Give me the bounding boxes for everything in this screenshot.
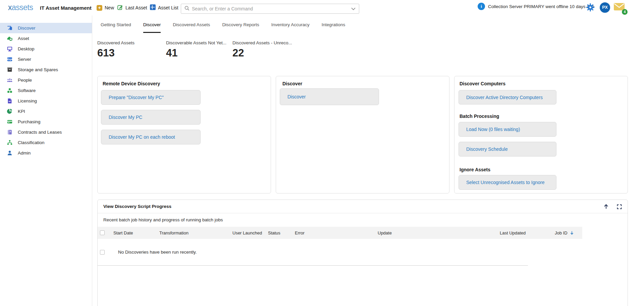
section-heading-ignore-assets: Ignore Assets bbox=[460, 167, 490, 172]
settings-gear-icon[interactable] bbox=[586, 3, 595, 13]
server-offline-notification[interactable]: i Collection Server PRIMARY went offline… bbox=[478, 3, 594, 10]
col-last-updated[interactable]: Last Updated bbox=[500, 230, 555, 235]
new-button[interactable]: + New bbox=[97, 3, 114, 12]
table-empty-row: No Discoveries have been run recently. bbox=[98, 239, 528, 266]
sidebar-item-licensing[interactable]: Licensing bbox=[0, 96, 92, 106]
sidebar-item-kpi[interactable]: KPI bbox=[0, 106, 92, 117]
card-title: Discover bbox=[282, 81, 302, 86]
table-header: Start Date Transformation User Launched … bbox=[98, 227, 582, 239]
discovery-progress-panel: View Discovery Script Progress Recent ba… bbox=[97, 200, 628, 306]
col-job-id[interactable]: Job ID bbox=[555, 230, 582, 235]
col-update[interactable]: Update bbox=[378, 230, 500, 235]
sidebar-item-admin[interactable]: Admin bbox=[0, 148, 92, 158]
kpi-icon bbox=[7, 108, 13, 115]
tab-getting-started[interactable]: Getting Started bbox=[101, 15, 131, 34]
load-now-button[interactable]: Load Now (0 files waiting) bbox=[459, 122, 556, 137]
select-unrecognised-button[interactable]: Select Unrecognised Assets to Ignore bbox=[459, 175, 556, 190]
tab-discovery-reports[interactable]: Discovery Reports bbox=[222, 15, 259, 34]
search-icon bbox=[184, 6, 190, 12]
classification-icon bbox=[7, 139, 13, 146]
purchasing-icon bbox=[7, 119, 13, 125]
upload-arrow-icon[interactable] bbox=[603, 204, 609, 210]
admin-icon bbox=[7, 150, 13, 156]
user-avatar[interactable]: PX bbox=[600, 2, 610, 13]
stat-discoverable-not-yet: Discoverable Assets Not Yet... 41 bbox=[166, 40, 232, 59]
discovery-schedule-button[interactable]: Discovery Schedule bbox=[459, 142, 556, 157]
sidebar-item-people[interactable]: People bbox=[0, 75, 92, 85]
sidebar-item-classification[interactable]: Classification bbox=[0, 137, 92, 148]
panel-header: View Discovery Script Progress bbox=[98, 200, 628, 213]
discover-icon bbox=[7, 25, 13, 31]
discover-my-pc-button[interactable]: Discover My PC bbox=[101, 110, 201, 125]
people-icon bbox=[7, 77, 13, 83]
panel-title: View Discovery Script Progress bbox=[103, 204, 171, 209]
col-transformation[interactable]: Transformation bbox=[159, 230, 232, 235]
stats-row: Discovered Assets 613 Discoverable Asset… bbox=[97, 40, 292, 59]
sidebar: Discover Asset Desktop Server Storage an… bbox=[0, 15, 92, 306]
topbar: xassets IT Asset Management + New Last A… bbox=[0, 0, 644, 15]
prepare-discover-my-pc-button[interactable]: Prepare "Discover My PC" bbox=[101, 90, 201, 105]
command-search[interactable] bbox=[181, 4, 359, 14]
sidebar-item-purchasing[interactable]: Purchasing bbox=[0, 117, 92, 127]
select-all-checkbox[interactable] bbox=[100, 230, 105, 235]
asset-list-label: Asset List bbox=[158, 5, 178, 10]
xassets-logo[interactable]: xassets bbox=[8, 3, 33, 12]
desktop-icon bbox=[7, 46, 13, 52]
col-error[interactable]: Error bbox=[295, 230, 378, 235]
contracts-icon bbox=[7, 129, 13, 135]
panel-subtitle: Recent batch job history and progress of… bbox=[103, 217, 628, 222]
stat-unrecognised: Discovered Assets - Unreco... 22 bbox=[232, 40, 292, 59]
mail-button[interactable]: 4 bbox=[613, 3, 626, 13]
edit-pencil-icon bbox=[117, 4, 123, 11]
card-remote-device-discovery: Remote Device Discovery Prepare "Discove… bbox=[97, 76, 271, 193]
tab-inventory-accuracy[interactable]: Inventory Accuracy bbox=[271, 15, 310, 34]
sidebar-item-discover[interactable]: Discover bbox=[0, 23, 92, 33]
software-icon bbox=[7, 87, 13, 94]
cards-row: Remote Device Discovery Prepare "Discove… bbox=[97, 76, 628, 193]
last-asset-button[interactable]: Last Asset bbox=[117, 3, 147, 12]
stat-label: Discovered Assets bbox=[97, 40, 166, 45]
server-icon bbox=[7, 56, 13, 62]
sidebar-item-desktop[interactable]: Desktop bbox=[0, 44, 92, 54]
sidebar-item-storage[interactable]: Storage and Spares bbox=[0, 64, 92, 75]
licensing-icon bbox=[7, 98, 13, 104]
discover-my-pc-reboot-button[interactable]: Discover My PC on each reboot bbox=[101, 130, 201, 144]
mail-badge: 4 bbox=[622, 9, 628, 15]
main-content: Getting Started Discover Discovered Asse… bbox=[92, 15, 644, 306]
fullscreen-icon[interactable] bbox=[616, 204, 622, 210]
card-discover: Discover Discover bbox=[276, 76, 449, 193]
asset-list-button[interactable]: Asset List bbox=[150, 3, 178, 12]
chevron-down-icon[interactable] bbox=[351, 6, 356, 12]
info-icon: i bbox=[478, 3, 485, 10]
discover-button[interactable]: Discover bbox=[280, 88, 379, 105]
grid-table-icon bbox=[150, 4, 156, 11]
stat-value: 41 bbox=[166, 47, 232, 59]
card-discover-computers: Discover Computers Discover Active Direc… bbox=[454, 76, 628, 193]
sidebar-item-asset[interactable]: Asset bbox=[0, 33, 92, 44]
last-asset-label: Last Asset bbox=[125, 5, 147, 10]
tab-integrations[interactable]: Integrations bbox=[322, 15, 345, 34]
tab-discovered-assets[interactable]: Discovered Assets bbox=[173, 15, 210, 34]
search-input[interactable] bbox=[192, 6, 351, 11]
tab-discover[interactable]: Discover bbox=[143, 15, 161, 34]
card-title: Remote Device Discovery bbox=[103, 81, 160, 86]
section-heading-discover-computers: Discover Computers bbox=[460, 81, 505, 86]
stat-value: 613 bbox=[97, 47, 166, 59]
row-checkbox[interactable] bbox=[100, 250, 105, 255]
stat-label: Discovered Assets - Unreco... bbox=[232, 40, 292, 45]
col-user-launched[interactable]: User Launched bbox=[232, 230, 268, 235]
new-button-label: New bbox=[105, 5, 114, 10]
sidebar-item-server[interactable]: Server bbox=[0, 54, 92, 64]
stat-value: 22 bbox=[232, 47, 292, 59]
col-start-date[interactable]: Start Date bbox=[113, 230, 159, 235]
new-plus-icon: + bbox=[97, 5, 102, 11]
asset-icon bbox=[7, 35, 13, 42]
sort-desc-icon[interactable] bbox=[570, 230, 574, 235]
sidebar-item-software[interactable]: Software bbox=[0, 85, 92, 96]
stat-label: Discoverable Assets Not Yet... bbox=[166, 40, 232, 45]
section-heading-batch-processing: Batch Processing bbox=[460, 114, 499, 119]
app-title: IT Asset Management bbox=[40, 5, 92, 11]
col-status[interactable]: Status bbox=[268, 230, 295, 235]
discover-ad-computers-button[interactable]: Discover Active Directory Computers bbox=[459, 90, 556, 104]
sidebar-item-contracts[interactable]: Contracts and Leases bbox=[0, 127, 92, 137]
